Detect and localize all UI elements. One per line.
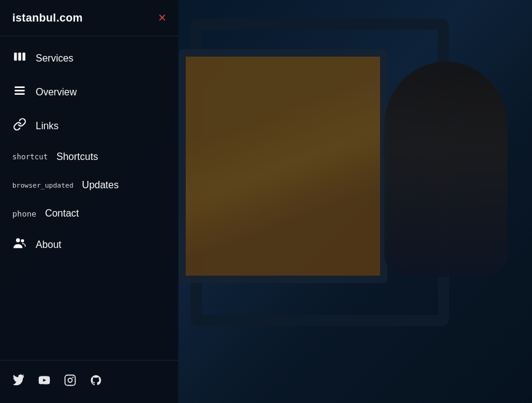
close-button[interactable]: ×	[158, 11, 166, 25]
youtube-icon[interactable]	[38, 374, 50, 389]
phone-icon: phone	[12, 209, 36, 218]
github-icon[interactable]	[90, 374, 102, 389]
sidebar-item-updates[interactable]: browser_updated Updates	[0, 171, 178, 199]
shortcut-icon: shortcut	[12, 153, 48, 161]
sidebar-item-contact[interactable]: phone Contact	[0, 199, 178, 228]
shortcuts-label: Shortcuts	[57, 151, 98, 162]
links-label: Links	[36, 121, 58, 132]
updates-label: Updates	[82, 180, 119, 191]
sidebar-item-overview[interactable]: Overview	[0, 75, 178, 109]
overview-label: Overview	[36, 87, 77, 98]
svg-rect-1	[18, 53, 22, 61]
svg-point-11	[73, 377, 74, 378]
sidebar-item-about[interactable]: About	[0, 228, 178, 261]
svg-rect-4	[15, 90, 25, 91]
link-icon	[12, 118, 27, 134]
svg-rect-9	[65, 375, 76, 386]
sidebar-item-services[interactable]: Services	[0, 41, 178, 75]
bars-icon	[12, 50, 27, 66]
sidebar: istanbul.com × Services	[0, 0, 178, 403]
nav-items: Services Overview Links	[0, 36, 178, 360]
svg-point-6	[16, 238, 20, 242]
svg-point-10	[68, 378, 73, 383]
sidebar-item-shortcuts[interactable]: shortcut Shortcuts	[0, 143, 178, 171]
instagram-icon[interactable]	[64, 374, 76, 389]
svg-rect-0	[14, 53, 17, 61]
contact-label: Contact	[45, 208, 79, 219]
svg-point-7	[21, 239, 24, 242]
social-bar	[0, 360, 178, 403]
menu-icon	[12, 84, 27, 100]
sidebar-header: istanbul.com ×	[0, 0, 178, 36]
svg-rect-2	[23, 53, 26, 61]
svg-rect-5	[15, 94, 25, 95]
svg-rect-3	[15, 87, 25, 88]
people-icon	[12, 236, 27, 253]
twitter-icon[interactable]	[12, 374, 25, 389]
site-title: istanbul.com	[12, 12, 83, 25]
about-label: About	[36, 239, 62, 250]
sidebar-item-links[interactable]: Links	[0, 109, 178, 143]
browser-updated-icon: browser_updated	[12, 182, 73, 190]
services-label: Services	[36, 53, 73, 64]
